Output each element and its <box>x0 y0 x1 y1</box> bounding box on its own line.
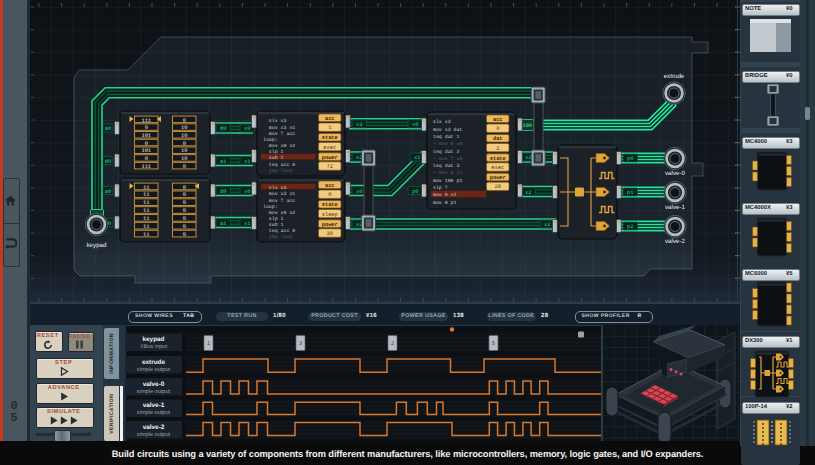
svg-text:11: 11 <box>143 224 149 230</box>
svg-text:keypad: keypad <box>142 336 164 343</box>
svg-text:exec: exec <box>491 165 504 171</box>
svg-text:0: 0 <box>183 200 186 206</box>
svg-text:0: 0 <box>496 126 499 132</box>
svg-text:72: 72 <box>327 164 333 170</box>
svg-text:acc: acc <box>493 117 503 123</box>
svg-text:x3: x3 <box>525 155 531 161</box>
svg-text:d0: d0 <box>105 159 111 165</box>
svg-text:extrude: extrude <box>142 359 166 366</box>
svg-text:38: 38 <box>327 231 333 237</box>
svg-text:x1: x1 <box>414 155 420 161</box>
svg-text:a0: a0 <box>105 126 111 132</box>
svg-text:0: 0 <box>183 208 186 214</box>
svg-text:2: 2 <box>391 341 394 347</box>
svg-text:p1: p1 <box>627 190 633 196</box>
svg-text:valve-2: valve-2 <box>665 238 686 245</box>
svg-text:11: 11 <box>143 200 149 206</box>
svg-text:power: power <box>322 222 338 228</box>
svg-text:sleep: sleep <box>322 212 338 218</box>
svg-text:x0: x0 <box>244 126 250 132</box>
svg-text:slp 1: slp 1 <box>263 216 284 222</box>
svg-text:sub 1: sub 1 <box>263 155 284 161</box>
svg-text:x0: x0 <box>356 189 362 195</box>
svg-text:101: 101 <box>141 133 151 139</box>
svg-text:teq acc 0: teq acc 0 <box>263 162 295 168</box>
svg-text:11: 11 <box>143 192 149 198</box>
svg-text:loop:: loop: <box>263 137 278 143</box>
svg-text:5: 5 <box>492 341 495 347</box>
svg-text:mov x3 x1: mov x3 x1 <box>263 191 295 197</box>
svg-text:teq dat 3: teq dat 3 <box>433 163 459 169</box>
svg-text:mov x0 x2: mov x0 x2 <box>263 210 295 216</box>
svg-text:100: 100 <box>523 123 532 129</box>
svg-text:valve-0: valve-0 <box>143 381 165 388</box>
svg-text:+ mov 7 x0: + mov 7 x0 <box>433 156 462 162</box>
svg-text:1: 1 <box>207 341 210 347</box>
svg-text:10: 10 <box>181 156 187 162</box>
svg-text:simple output: simple output <box>137 366 171 373</box>
svg-text:0: 0 <box>145 125 148 131</box>
svg-text:0: 0 <box>183 224 186 230</box>
svg-text:x0: x0 <box>412 122 418 128</box>
svg-text:x0: x0 <box>244 189 250 195</box>
svg-text:a1: a1 <box>220 221 226 227</box>
svg-text:111: 111 <box>141 164 151 170</box>
svg-text:10: 10 <box>181 125 187 131</box>
svg-text:p2: p2 <box>627 224 633 230</box>
svg-text:state: state <box>322 202 338 208</box>
svg-text:x3: x3 <box>356 122 362 128</box>
svg-text:p0: p0 <box>412 189 418 195</box>
svg-text:slx x3: slx x3 <box>433 119 451 125</box>
svg-text:mov 0 p1: mov 0 p1 <box>433 200 457 206</box>
svg-text:valve-1: valve-1 <box>143 402 165 409</box>
svg-text:0: 0 <box>145 156 148 162</box>
svg-text:- jmp loop: - jmp loop <box>263 168 292 174</box>
svg-text:mov 100 p1: mov 100 p1 <box>433 178 462 184</box>
svg-text:a1: a1 <box>220 159 226 165</box>
svg-text:mov x0 x2: mov x0 x2 <box>263 143 295 149</box>
svg-text:2: 2 <box>496 146 499 152</box>
svg-text:0: 0 <box>183 232 186 238</box>
svg-text:11: 11 <box>143 232 149 238</box>
svg-text:XBus input: XBus input <box>140 343 167 350</box>
svg-text:+ mov 0 x1: + mov 0 x1 <box>433 170 462 176</box>
svg-text:0: 0 <box>183 216 186 222</box>
svg-text:teq acc 0: teq acc 0 <box>263 228 295 234</box>
svg-text:0: 0 <box>183 185 186 191</box>
svg-text:d0: d0 <box>220 189 226 195</box>
svg-text:0: 0 <box>183 164 186 170</box>
svg-text:slx x3: slx x3 <box>263 185 287 191</box>
svg-text:mov x3 dat: mov x3 dat <box>433 127 462 133</box>
svg-text:0: 0 <box>328 192 331 198</box>
svg-text:simple output: simple output <box>137 388 171 395</box>
svg-text:0: 0 <box>183 118 186 124</box>
svg-text:0: 0 <box>183 141 186 147</box>
svg-text:a0: a0 <box>105 189 111 195</box>
svg-text:x1: x1 <box>244 221 250 227</box>
svg-text:sub 1: sub 1 <box>263 222 284 228</box>
svg-text:+ mov 0 x0: + mov 0 x0 <box>433 141 462 147</box>
svg-text:teq dat 1: teq dat 1 <box>433 134 459 140</box>
svg-text:x2: x2 <box>544 222 550 228</box>
svg-text:mov 7 acc: mov 7 acc <box>263 131 295 137</box>
svg-text:d0: d0 <box>220 126 226 132</box>
svg-text:11: 11 <box>143 216 149 222</box>
svg-text:acc: acc <box>325 183 335 189</box>
svg-text:0: 0 <box>183 192 186 198</box>
svg-text:10: 10 <box>181 133 187 139</box>
svg-text:x1: x1 <box>244 159 250 165</box>
svg-text:dat: dat <box>493 136 503 142</box>
svg-text:mov 7 acc: mov 7 acc <box>263 198 295 204</box>
svg-text:3: 3 <box>299 341 302 347</box>
svg-text:acc: acc <box>325 116 335 122</box>
svg-text:power: power <box>322 155 338 161</box>
svg-text:valve-0: valve-0 <box>665 170 686 177</box>
svg-text:101: 101 <box>141 148 151 154</box>
svg-text:extrude: extrude <box>664 73 685 80</box>
svg-text:slp 7: slp 7 <box>433 185 448 191</box>
svg-text:slx x3: slx x3 <box>263 118 287 124</box>
svg-text:28: 28 <box>495 184 501 190</box>
svg-text:simple output: simple output <box>137 431 171 438</box>
svg-text:loop:: loop: <box>263 204 278 210</box>
svg-text:11: 11 <box>143 185 149 191</box>
